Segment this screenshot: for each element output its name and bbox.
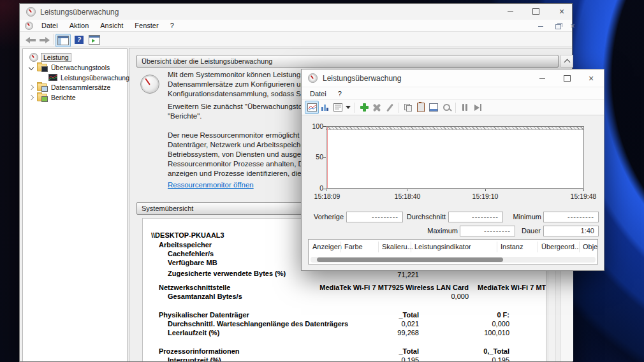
x-tick <box>485 189 486 191</box>
stat-label-durchschnitt: Durchschnitt <box>406 213 446 221</box>
column-header-uebergeordnet[interactable]: Übergeord... <box>541 243 580 250</box>
paste-counter-button[interactable] <box>414 101 427 113</box>
column-header-objekt[interactable]: Obje <box>583 243 597 250</box>
step-forward-icon <box>474 104 481 111</box>
report-view-icon <box>333 103 342 112</box>
column-header-skalierung[interactable]: Skalieru... <box>382 243 413 250</box>
counter-label: Verfügbare MB <box>168 259 217 266</box>
line-chart-view-button[interactable] <box>305 101 319 114</box>
main-toolbar <box>20 32 572 47</box>
overview-paragraph-2: Erweitern Sie zunächst "Überwachungstool… <box>168 102 316 121</box>
overview-section-header[interactable]: Übersicht über die Leistungsüberwachung <box>136 55 559 68</box>
monitor-close-button[interactable] <box>585 73 597 83</box>
console-tree-panel: Leistung Überwachungstools Leistungsüber… <box>22 48 128 361</box>
counter-label: Leerlaufzeit (%) <box>168 329 219 337</box>
column-header-anzeigen[interactable]: Anzeigen <box>312 243 342 250</box>
chevron-right-icon[interactable] <box>29 94 34 99</box>
chevron-right-icon[interactable] <box>29 84 34 89</box>
y-tick <box>323 157 326 158</box>
perfmon-graph-window: Leistungsüberwachung Datei ? 100 50 0 <box>301 69 604 271</box>
minimize-button[interactable] <box>504 6 516 17</box>
scroll-up-button[interactable] <box>560 55 573 68</box>
view-dropdown-button[interactable] <box>344 101 352 113</box>
toolbar-separator <box>355 103 355 113</box>
console-tree-toggle-button[interactable] <box>55 34 71 47</box>
column-header-leistungsindikator[interactable]: Leistungsindikator <box>414 243 471 250</box>
menu-fenster[interactable]: Fenster <box>129 22 164 29</box>
overview-text-line: Konfigurationsdatensammlung, sodass Sie … <box>168 89 316 99</box>
menu-ansicht[interactable]: Ansicht <box>94 22 129 29</box>
help-icon <box>75 36 84 44</box>
report-overlay-icon <box>41 96 48 102</box>
add-counter-button[interactable] <box>358 101 370 113</box>
instance-name: 0,_Total <box>483 347 509 355</box>
report-row-counter: Gesamtanzahl Bytes/s <box>168 293 242 300</box>
report-row-section: Arbeitsspeicher <box>159 241 212 249</box>
update-data-button[interactable] <box>471 101 484 113</box>
column-separator <box>497 242 497 252</box>
folder-monitoring-icon <box>37 64 47 71</box>
tree-item-berichte[interactable]: Berichte <box>29 92 76 102</box>
tree-item-leistung[interactable]: Leistung <box>29 52 71 62</box>
toolbar-separator <box>455 103 456 113</box>
tree-item-label: Berichte <box>51 94 76 101</box>
pencil-icon <box>386 103 393 112</box>
monitor-menu-hilfe[interactable]: ? <box>332 90 348 98</box>
delete-counter-button[interactable] <box>370 101 383 113</box>
counter-value: 71,221 <box>397 271 419 279</box>
instance-name: 0 F: <box>497 311 509 319</box>
mdi-minimize-button[interactable] <box>535 22 546 30</box>
monitor-minimize-button[interactable] <box>536 73 548 83</box>
new-window-button[interactable] <box>87 34 101 46</box>
tree-item-ueberwachungstools[interactable]: Überwachungstools <box>29 62 110 72</box>
chevron-down-icon[interactable] <box>29 64 34 69</box>
dropdown-caret-icon <box>346 106 351 109</box>
new-window-icon <box>89 35 100 45</box>
column-header-farbe[interactable]: Farbe <box>344 243 363 250</box>
menu-datei[interactable]: Datei <box>36 22 64 29</box>
report-view-button[interactable] <box>332 101 344 113</box>
stat-value: --------- <box>484 227 511 235</box>
histogram-view-button[interactable] <box>319 101 332 113</box>
forward-button[interactable] <box>38 34 52 46</box>
x-axis-tick-label: 15:18:40 <box>388 192 427 200</box>
menu-aktion[interactable]: Aktion <box>64 22 95 29</box>
main-titlebar: Leistungsüberwachung <box>20 4 572 20</box>
freeze-display-button[interactable] <box>458 101 471 113</box>
overview-paragraph-3: Der neue Ressourcenmonitor ermöglicht di… <box>168 131 319 178</box>
help-button[interactable] <box>72 34 86 46</box>
mdi-restore-button[interactable] <box>552 23 564 31</box>
mdi-close-button[interactable] <box>567 22 578 30</box>
counter-label: Gesamtanzahl Bytes/s <box>168 293 242 300</box>
mdi-minimize-icon <box>538 26 543 27</box>
stat-field-minimum: --------- <box>543 212 599 222</box>
stat-field-durchschnitt: --------- <box>448 212 503 222</box>
counter-value: 99,268 <box>397 329 419 337</box>
back-button[interactable] <box>24 34 38 46</box>
monitor-menu-datei[interactable]: Datei <box>304 90 332 98</box>
minimize-icon <box>508 11 513 12</box>
section-label: Prozessorinformationen <box>159 347 240 355</box>
maximize-button[interactable] <box>530 6 541 17</box>
resource-monitor-link[interactable]: Ressourcenmonitor öffnen <box>168 181 254 189</box>
perfmon-app-icon <box>308 73 318 83</box>
column-separator <box>538 242 538 252</box>
close-button[interactable] <box>556 6 567 17</box>
x-tick <box>326 189 326 191</box>
tree-item-leistungsueberwachung[interactable]: Leistungsüberwachung <box>48 73 129 82</box>
x-axis-tick-label: 15:19:48 <box>564 192 603 200</box>
horizontal-scrollbar-thumb[interactable] <box>317 257 503 262</box>
zoom-button[interactable] <box>440 101 453 113</box>
menu-hilfe[interactable]: ? <box>165 22 180 29</box>
column-header-instanz[interactable]: Instanz <box>501 243 523 250</box>
instance-name: _Total <box>399 347 419 355</box>
properties-icon <box>429 103 438 112</box>
copy-properties-button[interactable] <box>402 101 414 113</box>
highlight-button[interactable] <box>383 101 396 113</box>
magnifier-icon <box>443 104 450 111</box>
properties-button[interactable] <box>427 101 440 113</box>
tree-item-datensammlersaetze[interactable]: Datensammlersätze <box>29 82 110 92</box>
perfmon-app-icon <box>26 7 36 17</box>
monitor-maximize-button[interactable] <box>561 73 573 83</box>
add-counter-icon <box>360 103 369 112</box>
